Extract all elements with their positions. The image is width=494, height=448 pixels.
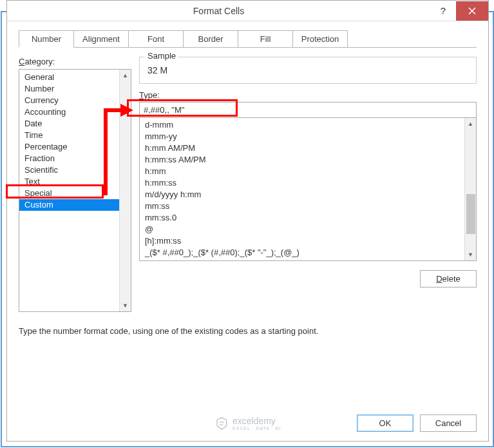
category-column: Category: GeneralNumberCurrencyAccountin… <box>19 57 131 312</box>
category-item[interactable]: Text <box>19 176 119 188</box>
type-item[interactable]: mm:ss.0 <box>140 212 464 224</box>
tab-font[interactable]: Font <box>128 30 184 47</box>
type-item[interactable]: @ <box>140 224 464 235</box>
detail-column: Sample 32 M Type: d-mmmmmm-yyh:mm AM/PMh… <box>139 57 477 287</box>
dialog-title: Format Cells <box>7 6 430 16</box>
category-item[interactable]: Time <box>19 130 119 141</box>
dialog-body: NumberAlignmentFontBorderFillProtection … <box>7 21 488 441</box>
category-item[interactable]: Scientific <box>19 164 119 176</box>
delete-button[interactable]: Delete <box>420 270 477 287</box>
titlebar: Format Cells ? <box>7 1 488 21</box>
tab-strip: NumberAlignmentFontBorderFillProtection <box>19 30 477 48</box>
type-item[interactable]: h:mm:ss <box>140 177 464 189</box>
category-label: Category: <box>19 57 131 66</box>
type-listbox[interactable]: d-mmmmmm-yyh:mm AM/PMh:mm:ss AM/PMh:mmh:… <box>139 118 477 261</box>
type-item[interactable]: _($* #,##0_);_($* (#,##0);_($* "-"_);_(@… <box>140 247 464 258</box>
category-item[interactable]: Percentage <box>19 141 119 153</box>
scroll-down-icon[interactable]: ▼ <box>120 300 131 311</box>
type-group: d-mmmmmm-yyh:mm AM/PMh:mm:ss AM/PMh:mmh:… <box>139 102 477 261</box>
type-item[interactable]: h:mm <box>140 166 464 177</box>
type-item[interactable]: h:mm:ss AM/PM <box>140 154 464 166</box>
category-item[interactable]: Currency <box>19 95 119 106</box>
sample-label: Sample <box>145 51 178 61</box>
tab-protection[interactable]: Protection <box>292 30 348 47</box>
tab-fill[interactable]: Fill <box>238 30 293 47</box>
ok-button[interactable]: OK <box>357 414 413 432</box>
type-item[interactable]: mmm-yy <box>140 131 464 142</box>
sample-value: 32 M <box>147 64 468 75</box>
type-item[interactable]: m/d/yyyy h:mm <box>140 189 464 200</box>
category-item[interactable]: Accounting <box>19 106 119 118</box>
delete-row: Delete <box>139 270 477 287</box>
scroll-thumb[interactable] <box>466 194 475 234</box>
format-cells-dialog: Format Cells ? NumberAlignmentFontBorder… <box>6 0 489 442</box>
watermark: exceldemy EXCEL · DATA · BI <box>214 416 281 431</box>
close-button[interactable] <box>456 1 488 21</box>
scroll-up-icon[interactable]: ▲ <box>465 118 476 130</box>
type-items: d-mmmmmm-yyh:mm AM/PMh:mm:ss AM/PMh:mmh:… <box>140 118 464 260</box>
type-item[interactable]: [h]:mm:ss <box>140 235 464 247</box>
scroll-up-icon[interactable]: ▲ <box>120 70 131 81</box>
category-item[interactable]: Date <box>19 118 119 130</box>
scroll-down-icon[interactable]: ▼ <box>465 249 476 260</box>
scroll-track[interactable] <box>465 130 476 249</box>
watermark-sub: EXCEL · DATA · BI <box>233 426 281 431</box>
category-item[interactable]: Special <box>19 188 119 199</box>
category-item[interactable]: Custom <box>19 199 119 211</box>
tab-number[interactable]: Number <box>19 30 74 48</box>
type-item[interactable]: mm:ss <box>140 200 464 212</box>
tab-content: Category: GeneralNumberCurrencyAccountin… <box>19 57 477 312</box>
tab-alignment[interactable]: Alignment <box>73 30 129 47</box>
type-scrollbar[interactable]: ▲ ▼ <box>464 118 476 260</box>
category-item[interactable]: Number <box>19 83 119 95</box>
category-item[interactable]: General <box>19 72 119 83</box>
category-items: GeneralNumberCurrencyAccountingDateTimeP… <box>19 70 119 311</box>
scroll-track[interactable] <box>120 81 131 300</box>
type-item[interactable]: h:mm AM/PM <box>140 142 464 154</box>
watermark-name: exceldemy <box>233 416 276 426</box>
category-listbox[interactable]: GeneralNumberCurrencyAccountingDateTimeP… <box>19 69 131 312</box>
dialog-footer: exceldemy EXCEL · DATA · BI OK Cancel <box>19 414 477 432</box>
description-text: Type the number format code, using one o… <box>19 326 477 336</box>
type-input[interactable] <box>139 102 477 118</box>
sample-group: Sample 32 M <box>139 57 477 84</box>
watermark-icon <box>214 416 229 431</box>
tab-border[interactable]: Border <box>183 30 238 47</box>
close-icon <box>468 7 476 15</box>
cancel-button[interactable]: Cancel <box>420 414 477 432</box>
type-item[interactable]: d-mmm <box>140 119 464 131</box>
category-item[interactable]: Fraction <box>19 153 119 164</box>
type-label: Type: <box>139 90 477 100</box>
help-button[interactable]: ? <box>430 1 456 21</box>
category-scrollbar[interactable]: ▲ ▼ <box>119 70 131 311</box>
